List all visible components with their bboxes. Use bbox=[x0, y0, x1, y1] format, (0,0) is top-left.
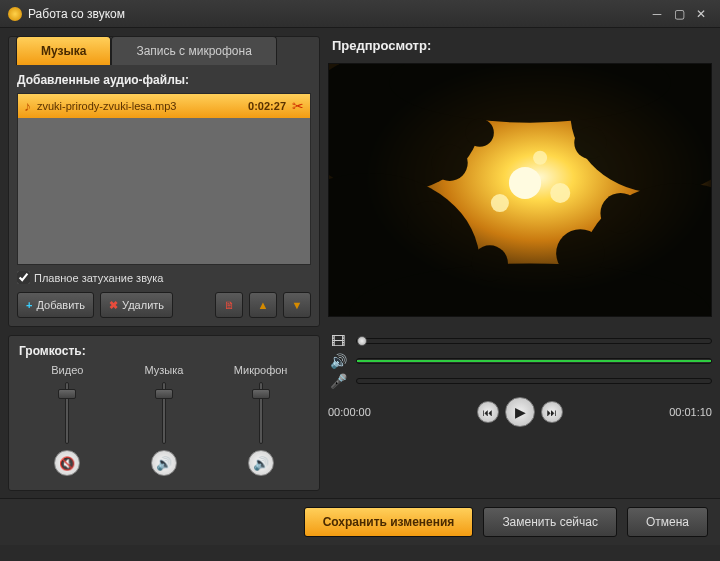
fade-label: Плавное затухание звука bbox=[34, 272, 163, 284]
volume-music-slider[interactable] bbox=[162, 382, 166, 444]
maximize-button[interactable]: ▢ bbox=[668, 5, 690, 23]
add-button[interactable]: + Добавить bbox=[17, 292, 94, 318]
svg-point-4 bbox=[491, 194, 509, 212]
tab-music[interactable]: Музыка bbox=[16, 36, 111, 65]
save-button[interactable]: Сохранить изменения bbox=[304, 507, 474, 537]
footer: Сохранить изменения Заменить сейчас Отме… bbox=[0, 498, 720, 545]
volume-panel: Громкость: Видео 🔇 Музыка 🔊 Микрофон 🔊 bbox=[8, 335, 320, 491]
time-current: 00:00:00 bbox=[328, 406, 388, 418]
x-icon: ✖ bbox=[109, 299, 118, 312]
svg-point-14 bbox=[574, 127, 606, 159]
plus-icon: + bbox=[26, 299, 32, 311]
mute-mic-button[interactable]: 🔊 bbox=[248, 450, 274, 476]
next-button[interactable]: ⏭ bbox=[541, 401, 563, 423]
speaker-icon: 🔊 bbox=[328, 353, 348, 369]
delete-button[interactable]: ✖ Удалить bbox=[100, 292, 173, 318]
mute-video-button[interactable]: 🔇 bbox=[54, 450, 80, 476]
move-up-button[interactable]: ▲ bbox=[249, 292, 277, 318]
time-total: 00:01:10 bbox=[652, 406, 712, 418]
microphone-icon: 🎤 bbox=[328, 373, 348, 389]
arrow-down-icon: ▼ bbox=[292, 299, 303, 311]
prev-button[interactable]: ⏮ bbox=[477, 401, 499, 423]
title-bar: Работа со звуком ─ ▢ ✕ bbox=[0, 0, 720, 28]
file-item[interactable]: ♪ zvuki-prirody-zvuki-lesa.mp3 0:02:27 ✂ bbox=[18, 94, 310, 118]
cancel-button[interactable]: Отмена bbox=[627, 507, 708, 537]
fade-checkbox[interactable] bbox=[17, 271, 30, 284]
volume-mic-slider[interactable] bbox=[259, 382, 263, 444]
music-note-icon: ♪ bbox=[24, 98, 31, 114]
svg-point-13 bbox=[466, 119, 494, 147]
svg-point-17 bbox=[556, 229, 604, 277]
minimize-button[interactable]: ─ bbox=[646, 5, 668, 23]
file-duration: 0:02:27 bbox=[248, 100, 286, 112]
audio-files-panel: Музыка Запись с микрофона Добавленные ау… bbox=[8, 36, 320, 327]
window-title: Работа со звуком bbox=[28, 7, 646, 21]
fade-checkbox-row[interactable]: Плавное затухание звука bbox=[17, 271, 311, 284]
volume-mic-label: Микрофон bbox=[234, 364, 288, 376]
svg-point-16 bbox=[407, 201, 451, 245]
film-icon: 🎞 bbox=[328, 333, 348, 349]
close-button[interactable]: ✕ bbox=[690, 5, 712, 23]
replace-button[interactable]: Заменить сейчас bbox=[483, 507, 617, 537]
svg-point-2 bbox=[509, 167, 541, 199]
move-down-button[interactable]: ▼ bbox=[283, 292, 311, 318]
volume-video-slider[interactable] bbox=[65, 382, 69, 444]
preview-area bbox=[328, 63, 712, 317]
mute-music-button[interactable]: 🔊 bbox=[151, 450, 177, 476]
svg-point-18 bbox=[472, 245, 508, 281]
volume-header: Громкость: bbox=[19, 344, 309, 358]
svg-point-3 bbox=[550, 183, 570, 203]
file-list[interactable]: ♪ zvuki-prirody-zvuki-lesa.mp3 0:02:27 ✂ bbox=[17, 93, 311, 265]
svg-point-12 bbox=[432, 145, 468, 181]
trim-icon[interactable]: ✂ bbox=[292, 98, 304, 114]
audio-track[interactable] bbox=[356, 358, 712, 364]
app-icon bbox=[8, 7, 22, 21]
video-track[interactable] bbox=[356, 338, 712, 344]
mic-track[interactable] bbox=[356, 378, 712, 384]
svg-point-15 bbox=[600, 193, 640, 233]
preview-title: Предпросмотр: bbox=[328, 36, 712, 57]
files-header: Добавленные аудио-файлы: bbox=[17, 73, 311, 87]
svg-point-5 bbox=[533, 151, 547, 165]
tab-microphone[interactable]: Запись с микрофона bbox=[111, 36, 276, 65]
arrow-up-icon: ▲ bbox=[258, 299, 269, 311]
file-icon: 🗎 bbox=[224, 299, 235, 311]
volume-music-label: Музыка bbox=[145, 364, 184, 376]
volume-video-label: Видео bbox=[51, 364, 83, 376]
blank-file-button[interactable]: 🗎 bbox=[215, 292, 243, 318]
play-button[interactable]: ▶ bbox=[505, 397, 535, 427]
file-name: zvuki-prirody-zvuki-lesa.mp3 bbox=[37, 100, 242, 112]
